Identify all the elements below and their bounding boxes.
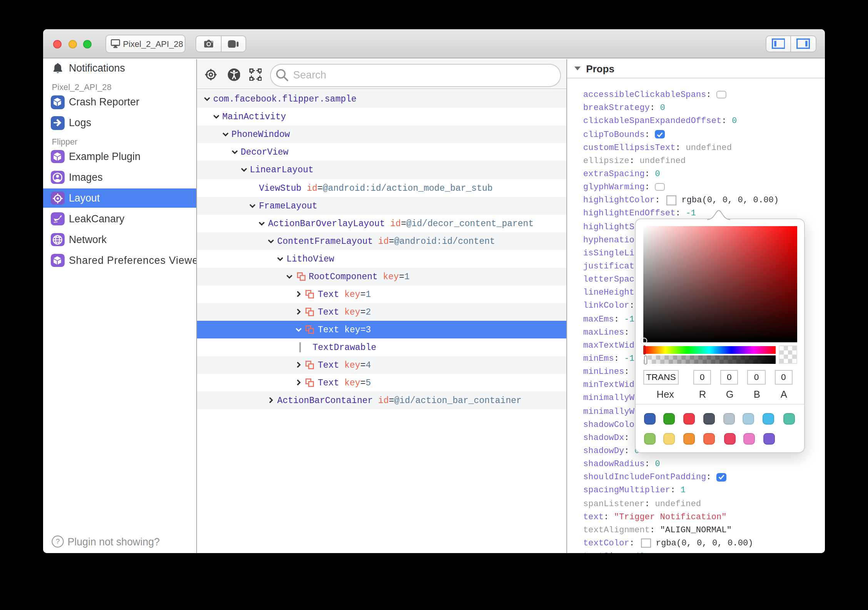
svg-text:?: ?	[55, 538, 60, 546]
